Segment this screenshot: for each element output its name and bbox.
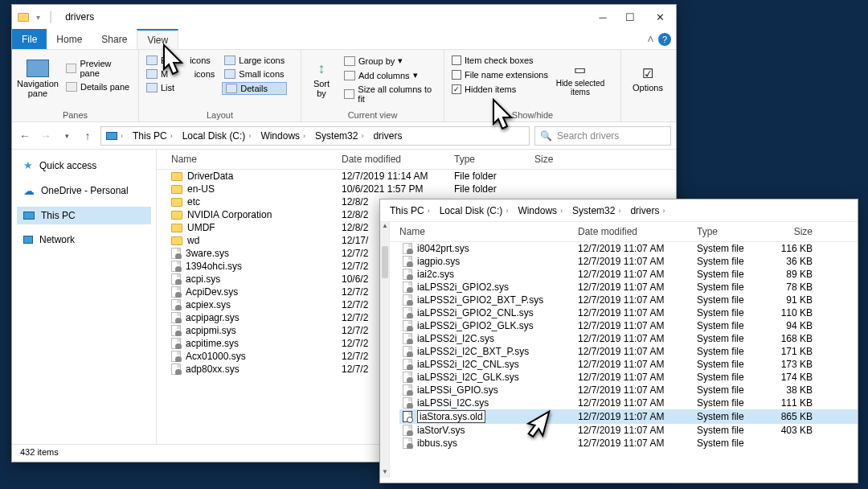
size-columns-button[interactable]: Size all columns to fit bbox=[342, 84, 439, 105]
breadcrumb-2[interactable]: This PC› Local Disk (C:)› Windows› Syste… bbox=[385, 201, 853, 220]
sidebar-onedrive[interactable]: ☁OneDrive - Personal bbox=[17, 181, 151, 200]
scroll-down-icon[interactable]: ▼ bbox=[380, 468, 390, 478]
sidebar-network[interactable]: Network bbox=[17, 231, 151, 249]
file-row[interactable]: iaLPSS2i_GPIO2_GLK.sys12/7/2019 11:07 AM… bbox=[399, 319, 858, 332]
file-date: 12/7/2019 11:07 AM bbox=[578, 333, 697, 344]
col-date[interactable]: Date modified bbox=[342, 154, 454, 165]
menu-home[interactable]: Home bbox=[47, 29, 92, 49]
file-row[interactable]: i8042prt.sys12/7/2019 11:07 AMSystem fil… bbox=[399, 242, 858, 255]
options-icon: ☑ bbox=[642, 66, 653, 81]
file-row[interactable]: iaLPSSi_I2C.sys12/7/2019 11:07 AMSystem … bbox=[399, 397, 858, 409]
column-headers[interactable]: Name Date modified Type Size bbox=[157, 150, 676, 170]
file-row[interactable]: iagpio.sys12/7/2019 11:07 AMSystem file3… bbox=[399, 255, 858, 268]
file-name: iaStorV.sys bbox=[417, 425, 465, 436]
ribbon-collapse-icon[interactable]: ᐱ bbox=[648, 35, 653, 43]
column-headers-2[interactable]: Name Date modified Type Size bbox=[390, 222, 858, 242]
item-checkboxes-toggle[interactable]: Item check boxes bbox=[449, 55, 551, 66]
bc-windows[interactable]: Windows› bbox=[256, 127, 310, 145]
file-row[interactable]: iaLPSS2i_GPIO2_BXT_P.sys12/7/2019 11:07 … bbox=[399, 294, 858, 306]
options-button[interactable]: ☑ Options bbox=[626, 51, 669, 106]
col-type[interactable]: Type bbox=[454, 154, 534, 165]
col2-date[interactable]: Date modified bbox=[578, 226, 697, 237]
menu-file[interactable]: File bbox=[12, 29, 47, 49]
up-button[interactable]: ↑ bbox=[80, 128, 96, 144]
file-row[interactable]: iaLPSS2i_I2C.sys12/7/2019 11:07 AMSystem… bbox=[399, 332, 858, 345]
forward-button[interactable]: → bbox=[38, 128, 54, 144]
group-showhide-label: Show/hide bbox=[444, 110, 620, 120]
group-by-button[interactable]: Group by ▾ bbox=[342, 55, 439, 67]
file-row[interactable]: en-US10/6/2021 1:57 PMFile folder bbox=[157, 183, 676, 195]
recent-button[interactable]: ▾ bbox=[59, 128, 75, 144]
close-button[interactable]: ✕ bbox=[644, 5, 676, 29]
explorer-window-2: This PC› Local Disk (C:)› Windows› Syste… bbox=[379, 199, 858, 483]
file-date: 12/7/2019 11:07 AM bbox=[578, 346, 697, 357]
titlebar[interactable]: ▾ | drivers ─ ☐ ✕ bbox=[12, 5, 676, 29]
search-input[interactable]: 🔍 Search drivers bbox=[534, 126, 671, 146]
file-date: 12/7/2019 11:07 AM bbox=[578, 397, 697, 409]
layout-small[interactable]: Small icons bbox=[222, 68, 287, 80]
file-row[interactable]: ibbus.sys12/7/2019 11:07 AMSystem file bbox=[399, 437, 858, 450]
file-row[interactable]: iaLPSSi_GPIO.sys12/7/2019 11:07 AMSystem… bbox=[399, 384, 858, 397]
bc2-drivers[interactable]: drivers› bbox=[625, 201, 669, 220]
file-row[interactable]: iaLPSS2i_I2C_BXT_P.sys12/7/2019 11:07 AM… bbox=[399, 345, 858, 358]
back-button[interactable]: ← bbox=[17, 128, 33, 144]
file-type: System file bbox=[697, 307, 771, 318]
navigation-pane-button[interactable]: Navigation pane bbox=[17, 51, 59, 106]
file-name: UMDF bbox=[187, 222, 215, 233]
preview-pane-button[interactable]: Preview pane bbox=[63, 58, 133, 79]
menu-share[interactable]: Share bbox=[92, 29, 137, 49]
file-row[interactable]: iaStora.sys.old12/7/2019 11:07 AMSystem … bbox=[399, 409, 858, 424]
scroll-thumb[interactable] bbox=[382, 246, 388, 278]
file-row[interactable]: iaLPSS2i_GPIO2.sys12/7/2019 11:07 AMSyst… bbox=[399, 281, 858, 294]
bc2-thispc[interactable]: This PC› bbox=[385, 201, 435, 220]
bc-localdisk[interactable]: Local Disk (C:)› bbox=[178, 127, 256, 145]
col-name[interactable]: Name bbox=[157, 154, 342, 165]
details-pane-button[interactable]: Details pane bbox=[63, 81, 133, 92]
layout-list[interactable]: List bbox=[144, 82, 217, 93]
file-row[interactable]: iaStorV.sys12/7/2019 11:07 AMSystem file… bbox=[399, 424, 858, 437]
col2-type[interactable]: Type bbox=[697, 226, 771, 237]
bc2-localdisk[interactable]: Local Disk (C:)› bbox=[435, 201, 514, 220]
col2-name[interactable]: Name bbox=[399, 226, 578, 237]
breadcrumb[interactable]: › This PC› Local Disk (C:)› Windows› Sys… bbox=[100, 126, 530, 146]
file-row[interactable]: iai2c.sys12/7/2019 11:07 AMSystem file89… bbox=[399, 268, 858, 281]
file-date: 12/7/2019 11:07 AM bbox=[578, 294, 697, 306]
file-date: 12/7/2019 11:14 AM bbox=[342, 171, 454, 182]
layout-medium[interactable]: M icons bbox=[144, 68, 217, 80]
qat-icon[interactable]: ▾ bbox=[31, 10, 44, 23]
file-name: acpipmi.sys bbox=[186, 325, 236, 336]
file-icon bbox=[403, 307, 412, 318]
file-row[interactable]: iaLPSS2i_GPIO2_CNL.sys12/7/2019 11:07 AM… bbox=[399, 306, 858, 319]
bc2-windows[interactable]: Windows› bbox=[513, 201, 567, 220]
file-name: acpipagr.sys bbox=[186, 312, 240, 323]
bc-system32[interactable]: System32› bbox=[310, 127, 368, 145]
menu-view[interactable]: View bbox=[137, 29, 178, 49]
sidebar-thispc[interactable]: This PC bbox=[17, 207, 151, 224]
hidden-items-toggle[interactable]: ✓Hidden items bbox=[449, 84, 551, 95]
hide-selected-button[interactable]: ▭ Hide selected items bbox=[555, 51, 605, 106]
minimize-button[interactable]: ─ bbox=[589, 5, 616, 29]
layout-details[interactable]: Details bbox=[222, 82, 287, 95]
col2-size[interactable]: Size bbox=[771, 226, 827, 237]
scrollbar[interactable]: ▲ ▼ bbox=[380, 222, 390, 478]
help-icon[interactable]: ? bbox=[658, 33, 671, 46]
bc-thispc[interactable]: This PC› bbox=[128, 127, 178, 145]
file-row[interactable]: iaLPSS2i_I2C_GLK.sys12/7/2019 11:07 AMSy… bbox=[399, 371, 858, 384]
file-row[interactable]: DriverData12/7/2019 11:14 AMFile folder bbox=[157, 170, 676, 183]
file-size: 38 KB bbox=[771, 384, 827, 396]
bc-drivers[interactable]: drivers bbox=[368, 127, 407, 145]
layout-large[interactable]: Large icons bbox=[222, 55, 287, 66]
bc2-system32[interactable]: System32› bbox=[567, 201, 625, 220]
sort-by-button[interactable]: ↕ Sort by bbox=[306, 51, 337, 106]
file-row[interactable]: iaLPSS2i_I2C_CNL.sys12/7/2019 11:07 AMSy… bbox=[399, 358, 858, 371]
col-size[interactable]: Size bbox=[534, 154, 591, 165]
layout-xlarge[interactable]: Ex icons bbox=[144, 55, 217, 66]
file-ext-toggle[interactable]: File name extensions bbox=[449, 69, 551, 80]
file-icon bbox=[171, 338, 181, 349]
scroll-up-icon[interactable]: ▲ bbox=[380, 222, 390, 232]
file-icon bbox=[403, 346, 412, 357]
sidebar-quick-access[interactable]: ★Quick access bbox=[17, 156, 151, 175]
file-date: 12/7/2019 11:07 AM bbox=[578, 243, 697, 254]
add-columns-button[interactable]: Add columns ▾ bbox=[342, 69, 439, 81]
maximize-button[interactable]: ☐ bbox=[616, 5, 644, 29]
